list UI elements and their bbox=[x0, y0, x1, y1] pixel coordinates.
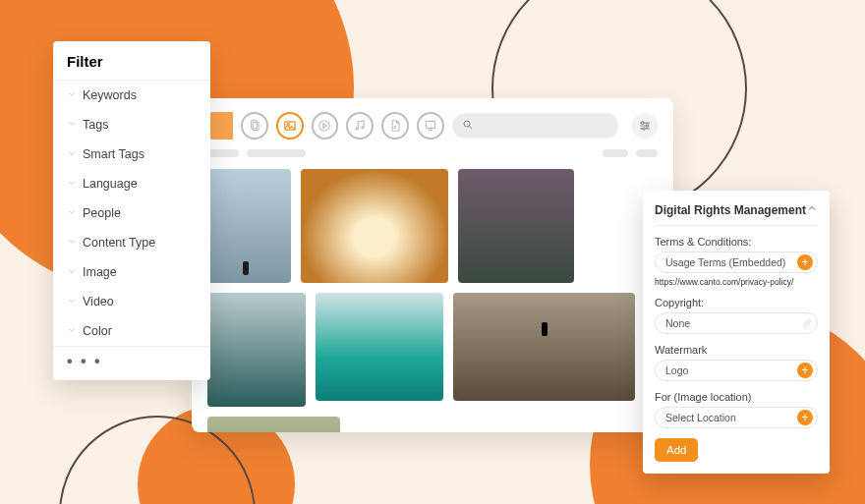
chevron-down-icon bbox=[67, 118, 77, 132]
svg-point-6 bbox=[362, 127, 364, 129]
thumbnail[interactable] bbox=[207, 293, 306, 407]
copyright-value: None bbox=[665, 317, 690, 329]
breadcrumb-chip[interactable] bbox=[207, 112, 233, 140]
add-icon[interactable]: + bbox=[797, 254, 813, 270]
crumb-placeholder bbox=[636, 149, 658, 157]
filter-item[interactable]: Language bbox=[53, 169, 210, 198]
video-icon[interactable] bbox=[312, 112, 339, 140]
filter-item-label: Tags bbox=[83, 118, 108, 132]
chevron-down-icon bbox=[67, 295, 77, 308]
filter-item-label: Color bbox=[83, 324, 112, 338]
filter-item[interactable]: Tags bbox=[53, 110, 210, 140]
filter-item-label: Language bbox=[83, 177, 138, 191]
filter-item[interactable]: People bbox=[53, 198, 210, 228]
filter-more-button[interactable]: • • • bbox=[53, 347, 210, 372]
copyright-label: Copyright: bbox=[655, 297, 818, 308]
terms-select[interactable]: Usage Terms (Embedded) + bbox=[655, 252, 818, 273]
chevron-down-icon bbox=[67, 177, 77, 191]
terms-label: Terms & Conditions: bbox=[655, 236, 818, 248]
watermark-select[interactable]: Logo + bbox=[655, 360, 818, 381]
image-grid bbox=[207, 169, 658, 432]
filter-item[interactable]: Keywords bbox=[53, 81, 210, 110]
presentations-icon[interactable] bbox=[417, 112, 444, 140]
filter-item[interactable]: Video bbox=[53, 287, 210, 316]
toolbar bbox=[207, 112, 658, 140]
add-icon[interactable]: + bbox=[797, 363, 813, 378]
filter-title: Filter bbox=[53, 53, 210, 80]
svg-point-8 bbox=[464, 121, 470, 127]
chevron-down-icon bbox=[67, 88, 77, 102]
chevron-down-icon bbox=[67, 324, 77, 338]
filter-item-label: Image bbox=[83, 265, 117, 279]
svg-point-4 bbox=[319, 121, 330, 132]
drm-panel: Digital Rights Management Terms & Condit… bbox=[643, 191, 830, 474]
svg-point-5 bbox=[356, 128, 358, 130]
breadcrumb bbox=[207, 149, 658, 157]
pdf-icon[interactable] bbox=[381, 112, 409, 140]
copyright-field[interactable]: None bbox=[655, 312, 818, 334]
location-label: For (Image location) bbox=[655, 391, 818, 403]
documents-icon[interactable] bbox=[241, 112, 268, 140]
svg-point-10 bbox=[646, 125, 648, 127]
chevron-up-icon bbox=[806, 202, 818, 217]
filter-item-label: Keywords bbox=[83, 88, 137, 102]
terms-value: Usage Terms (Embedded) bbox=[665, 256, 785, 268]
svg-point-11 bbox=[643, 128, 645, 130]
svg-rect-7 bbox=[426, 121, 434, 128]
add-icon[interactable]: + bbox=[797, 410, 813, 425]
watermark-label: Watermark bbox=[655, 344, 818, 356]
watermark-value: Logo bbox=[665, 364, 688, 376]
crumb-placeholder bbox=[247, 149, 306, 157]
thumbnail[interactable] bbox=[207, 417, 340, 432]
location-select[interactable]: Select Location + bbox=[655, 407, 818, 428]
chevron-down-icon bbox=[67, 236, 77, 250]
chevron-down-icon bbox=[67, 265, 77, 279]
filter-item[interactable]: Content Type bbox=[53, 228, 210, 257]
gallery-window bbox=[192, 98, 673, 432]
chevron-down-icon bbox=[67, 206, 77, 220]
filter-item-label: People bbox=[83, 206, 121, 220]
thumbnail[interactable] bbox=[316, 293, 443, 401]
filter-item[interactable]: Smart Tags bbox=[53, 140, 210, 169]
images-icon[interactable] bbox=[276, 112, 304, 140]
thumbnail[interactable] bbox=[453, 293, 635, 401]
audio-icon[interactable] bbox=[346, 112, 374, 140]
filter-panel: Filter KeywordsTagsSmart TagsLanguagePeo… bbox=[53, 41, 210, 380]
crumb-placeholder bbox=[603, 149, 628, 157]
crumb-placeholder bbox=[207, 149, 239, 157]
drm-header[interactable]: Digital Rights Management bbox=[655, 202, 818, 226]
chevron-down-icon bbox=[67, 147, 77, 161]
filter-item[interactable]: Image bbox=[53, 257, 210, 287]
location-value: Select Location bbox=[665, 412, 736, 423]
search-input[interactable] bbox=[452, 113, 618, 139]
thumbnail[interactable] bbox=[301, 169, 448, 283]
filter-item-label: Smart Tags bbox=[83, 147, 144, 161]
drm-title: Digital Rights Management bbox=[655, 203, 806, 217]
filter-item[interactable]: Color bbox=[53, 316, 210, 346]
thumbnail[interactable] bbox=[458, 169, 574, 283]
search-icon bbox=[462, 117, 474, 135]
settings-icon[interactable] bbox=[632, 113, 658, 139]
svg-point-9 bbox=[642, 122, 644, 124]
terms-url: https://www.canto.com/privacy-policy/ bbox=[655, 277, 818, 287]
thumbnail[interactable] bbox=[207, 169, 291, 283]
filter-item-label: Content Type bbox=[83, 236, 155, 250]
add-button[interactable]: Add bbox=[655, 438, 698, 462]
pencil-icon[interactable] bbox=[802, 317, 813, 330]
filter-item-label: Video bbox=[83, 295, 114, 308]
